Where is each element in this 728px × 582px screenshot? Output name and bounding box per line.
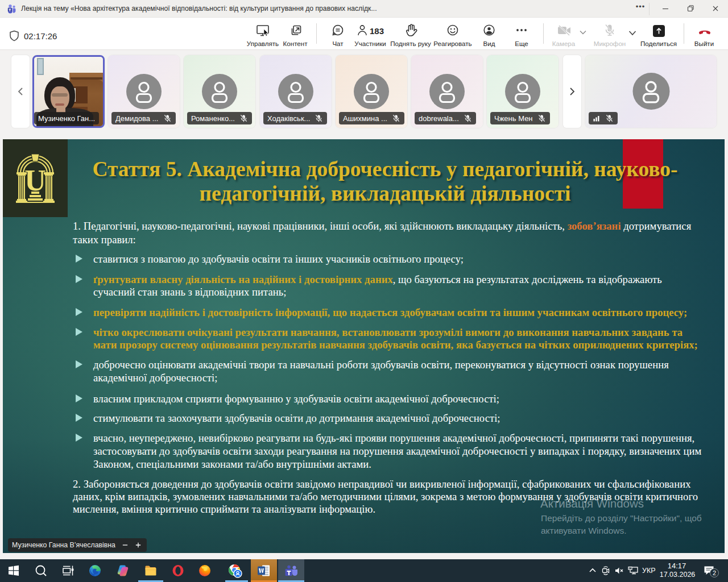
svg-text:U: U [24, 164, 46, 197]
